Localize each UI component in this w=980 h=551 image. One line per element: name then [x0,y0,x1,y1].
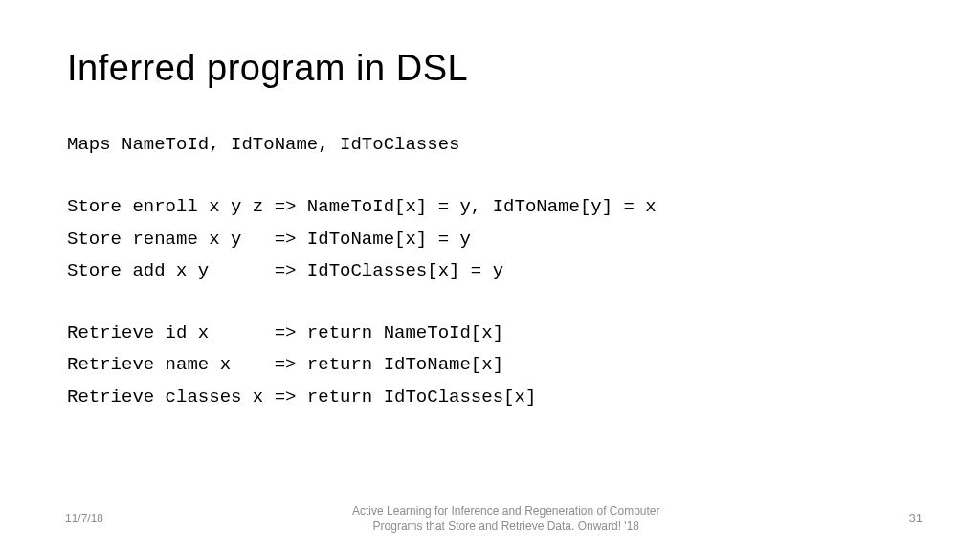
maps-section: Maps NameToId, IdToName, IdToClasses [67,129,913,161]
slide-footer: 11/7/18 Active Learning for Inference an… [0,503,980,534]
footer-ref-line1: Active Learning for Inference and Regene… [103,503,908,518]
slide-content: Inferred program in DSL Maps NameToId, I… [0,0,980,413]
retrieve-id: Retrieve id x => return NameToId[x] [67,318,913,349]
footer-ref-line2: Programs that Store and Retrieve Data. O… [103,518,908,534]
store-rename: Store rename x y => IdToName[x] = y [67,224,913,255]
slide-title: Inferred program in DSL [67,48,913,89]
store-section: Store enroll x y z => NameToId[x] = y, I… [67,191,913,287]
store-add: Store add x y => IdToClasses[x] = y [67,255,913,287]
retrieve-section: Retrieve id x => return NameToId[x] Retr… [67,318,913,413]
maps-declaration: Maps NameToId, IdToName, IdToClasses [67,129,913,161]
code-block: Maps NameToId, IdToName, IdToClasses Sto… [67,129,913,413]
footer-reference: Active Learning for Inference and Regene… [103,503,908,534]
footer-date: 11/7/18 [65,512,103,525]
retrieve-name: Retrieve name x => return IdToName[x] [67,349,913,381]
footer-page-number: 31 [909,511,923,525]
retrieve-classes: Retrieve classes x => return IdToClasses… [67,382,913,413]
store-enroll: Store enroll x y z => NameToId[x] = y, I… [67,191,913,223]
